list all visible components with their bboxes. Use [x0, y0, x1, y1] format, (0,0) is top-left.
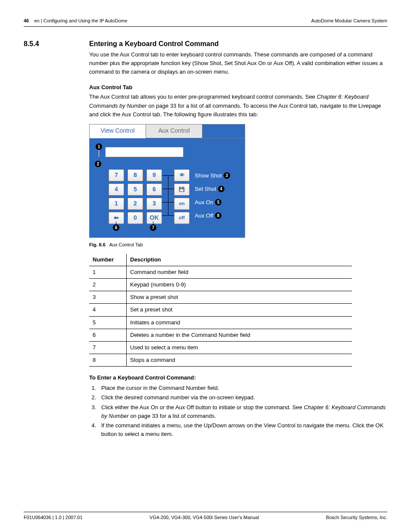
table-row: 6Deletes a number in the Command Number … — [89, 329, 352, 341]
aux-on-button[interactable]: on — [174, 198, 190, 210]
key-4[interactable]: 4 — [109, 184, 124, 196]
tabs-row: View Control Aux Control — [90, 124, 245, 138]
intro-paragraph: You use the Aux Control tab to enter key… — [89, 50, 387, 76]
header-right: AutoDome Modular Camera System — [311, 17, 387, 25]
key-1[interactable]: 1 — [109, 198, 124, 210]
connector — [168, 175, 168, 215]
key-9[interactable]: 9 — [146, 169, 162, 181]
table-row: 3Show a preset shot — [89, 291, 352, 304]
footer-right: Bosch Security Systems, Inc. — [326, 514, 387, 521]
callout-3: 3 — [224, 172, 230, 179]
table-row: 4Set a preset shot — [89, 304, 352, 316]
aux-on-label: Aux On — [195, 198, 213, 207]
section-title: Entering a Keyboard Control Command — [89, 39, 218, 50]
key-ok[interactable]: OK — [146, 212, 162, 224]
label-aux-on: Aux On 5 — [195, 198, 221, 207]
key-6[interactable]: 6 — [146, 184, 162, 196]
key-3[interactable]: 3 — [146, 198, 162, 210]
description-table: Number Description 1Command number field… — [89, 254, 352, 367]
connector — [99, 150, 99, 157]
connector — [116, 221, 116, 224]
step-2: Click the desired command number via the… — [98, 393, 387, 402]
show-shot-button[interactable]: 👁 — [174, 169, 190, 181]
callout-5: 5 — [215, 199, 221, 205]
step-3: Click either the Aux On or the Aux Off b… — [98, 403, 387, 420]
aux-control-figure: View Control Aux Control 1 2 7 8 9 4 5 — [89, 124, 245, 238]
figure-caption: Fig. 8.6 Aux Control Tab — [89, 241, 387, 249]
procedure-steps: Place the cursor in the Command Number f… — [89, 384, 387, 439]
set-shot-label: Set Shot — [195, 185, 216, 193]
footer-left: F01U064036 | 1.0 | 2007.01 — [24, 514, 83, 521]
table-row: 8Stops a command — [89, 354, 352, 367]
callout-8: 8 — [215, 212, 221, 219]
procedure-heading: To Enter a Keyboard Control Command: — [89, 373, 387, 382]
tab-aux-control[interactable]: Aux Control — [146, 124, 202, 138]
page-header: 46 en | Configuring and Using the IP Aut… — [24, 17, 387, 27]
function-keys: 👁 💾 on off — [174, 169, 190, 226]
eye-icon: 👁 — [180, 171, 184, 179]
key-7[interactable]: 7 — [109, 169, 124, 181]
callout-7: 7 — [150, 224, 156, 231]
figure-body: 1 2 7 8 9 4 5 6 1 2 3 — [90, 138, 245, 237]
connector — [162, 215, 174, 216]
table-row: 1Command number field — [89, 266, 352, 279]
key-back[interactable]: ⬅ — [109, 212, 124, 224]
table-header-number: Number — [89, 254, 127, 266]
step-1: Place the cursor in the Command Number f… — [98, 384, 387, 392]
table-header-description: Description — [127, 254, 352, 266]
header-left: 46 en | Configuring and Using the IP Aut… — [24, 17, 128, 25]
table-row: 7Used to select a menu item — [89, 341, 352, 354]
figure-caption-text: Aux Control Tab — [109, 242, 143, 247]
disk-icon: 💾 — [179, 186, 185, 193]
callout-1: 1 — [96, 143, 102, 150]
header-section: en | Configuring and Using the IP AutoDo… — [34, 18, 127, 23]
label-aux-off: Aux Off 8 — [195, 212, 221, 220]
tab-view-control[interactable]: View Control — [90, 124, 146, 138]
set-shot-button[interactable]: 💾 — [174, 184, 190, 196]
keypad: 7 8 9 4 5 6 1 2 3 ⬅ 0 OK — [109, 169, 162, 226]
aux-control-heading: Aux Control Tab — [89, 83, 387, 92]
aux-text-a: The Aux Control tab allows you to enter … — [89, 93, 317, 100]
section-number: 8.5.4 — [24, 39, 89, 50]
page-number: 46 — [24, 18, 29, 23]
aux-off-label: Aux Off — [195, 212, 213, 220]
key-0[interactable]: 0 — [128, 212, 143, 224]
footer-center: VG4-200, VG4-300, VG4-500i Series User's… — [149, 514, 259, 521]
key-5[interactable]: 5 — [128, 184, 143, 196]
aux-control-paragraph: The Aux Control tab allows you to enter … — [89, 93, 387, 118]
key-2[interactable]: 2 — [128, 198, 143, 210]
connector — [153, 221, 153, 224]
step-4: If the command initiates a menu, use the… — [98, 421, 387, 439]
callout-6: 6 — [113, 224, 119, 231]
callout-4: 4 — [218, 186, 224, 192]
page-footer: F01U064036 | 1.0 | 2007.01 VG4-200, VG4-… — [24, 512, 387, 521]
tabs-filler — [202, 124, 245, 138]
key-8[interactable]: 8 — [128, 169, 143, 181]
figure-caption-label: Fig. 8.6 — [89, 242, 106, 247]
table-row: 2Keypad (numbers 0-9) — [89, 279, 352, 291]
show-shot-label: Show Shot — [195, 171, 222, 180]
label-show-shot: Show Shot 3 — [195, 171, 230, 180]
label-set-shot: Set Shot 4 — [195, 185, 224, 193]
command-number-field[interactable] — [105, 147, 184, 157]
table-row: 5Initiates a command — [89, 316, 352, 329]
callout-2: 2 — [95, 161, 101, 167]
back-arrow-icon: ⬅ — [114, 213, 119, 223]
aux-off-button[interactable]: off — [174, 212, 190, 224]
